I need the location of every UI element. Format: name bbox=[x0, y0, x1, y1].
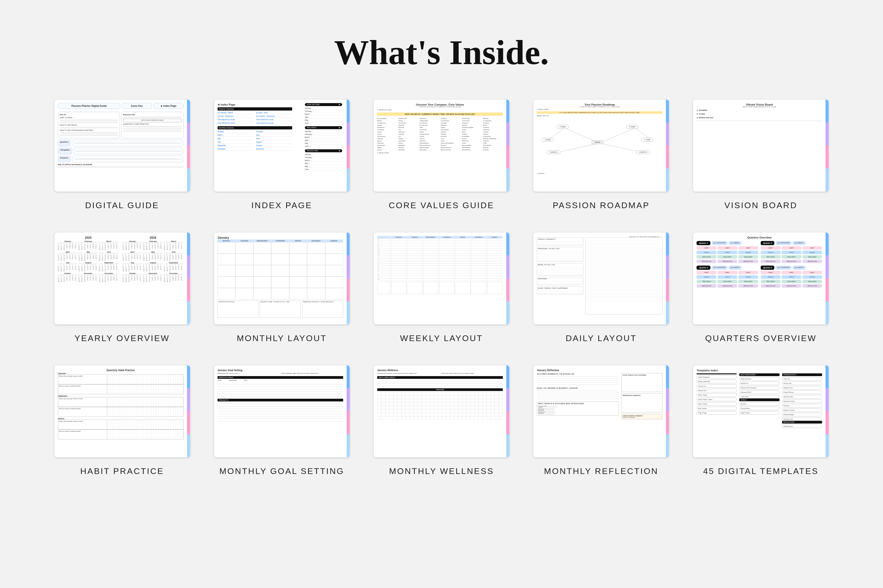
cell-habit: Quarterly Habit Practice JANUARY →What's… bbox=[50, 365, 194, 476]
gs-h1: DEADLINE bbox=[229, 380, 236, 381]
vb-sub: BRING YOUR GAMECHANGER GOALS TO LIFE bbox=[696, 106, 822, 108]
hp-title: Quarterly Habit Practice bbox=[58, 369, 184, 372]
pr-title: Your Passion Roadmap bbox=[537, 103, 662, 106]
cell-index-page: ★ Index Page Planner Sections→ Q1 Januar… bbox=[209, 100, 354, 210]
pr-lines bbox=[537, 118, 662, 173]
ip-w: WELLNESS bbox=[307, 127, 316, 129]
label-yearly: YEARLY OVERVIEW bbox=[75, 333, 170, 343]
mr-b: HOW I'VE GROWN & BIGGEST LESSON: bbox=[537, 387, 619, 389]
label-habit: HABIT PRACTICE bbox=[80, 466, 164, 476]
dg-s: Sections bbox=[58, 156, 71, 162]
dg-howto-h: How To: bbox=[60, 114, 66, 116]
thumb-weekly[interactable]: MONDAYTUESDAYWEDNESDAYTHURSDAYFRIDAYSATU… bbox=[374, 232, 509, 324]
cell-wellness: January Wellness What will you track thi… bbox=[369, 365, 514, 476]
dg-t: Templates bbox=[58, 148, 72, 154]
ip-sec1: Monthly Sections bbox=[219, 127, 234, 129]
gs-h2: WHY bbox=[244, 380, 247, 381]
pr-n6: 3 MONTH bbox=[636, 150, 650, 154]
ip-sec0: Planner Sections bbox=[219, 108, 234, 110]
ip-gs: GOAL SETTING bbox=[307, 104, 319, 106]
mw-bar2: TRACKER bbox=[377, 388, 503, 391]
thumb-reflection[interactable]: January Reflection ACCOMPLISHMENTS I'M P… bbox=[533, 365, 669, 458]
dg-icons: Icons Key bbox=[123, 105, 150, 107]
yo-y1: 2025 bbox=[58, 236, 119, 240]
ml-month: January bbox=[218, 236, 229, 240]
vb-canvas bbox=[696, 121, 822, 178]
cell-reflection: January Reflection ACCOMPLISHMENTS I'M P… bbox=[529, 365, 674, 476]
tp-title: Templates Index bbox=[696, 369, 822, 372]
thumb-index-page[interactable]: ★ Index Page Planner Sections→ Q1 Januar… bbox=[214, 100, 350, 192]
label-core-values: CORE VALUES GUIDE bbox=[389, 201, 494, 210]
mw-bar1: SELF-CARE HABITS bbox=[377, 376, 503, 379]
thumb-daily[interactable]: SPACE OF INFINITE POSSIBILITY → TODAY'S … bbox=[533, 232, 669, 324]
mr-title: January Reflection bbox=[537, 369, 662, 372]
dg-jump: JUMP TO PAGE → bbox=[60, 117, 118, 119]
ml-focus: THIS MONTH'S FOCUS bbox=[218, 300, 258, 318]
dg-start: QUARTERLY START PRACTICE bbox=[123, 123, 182, 125]
mw-q1: What will you track this month and how w… bbox=[377, 373, 439, 374]
pr-n4: 3 YEAR bbox=[626, 125, 638, 129]
cell-templates: Templates Index Digital ScrapbookWeekly … bbox=[689, 365, 833, 476]
thumb-core-values[interactable]: Uncover Your Compass: Core Values A STEP… bbox=[374, 100, 509, 192]
gs-bar2: PROJECTS bbox=[218, 399, 343, 402]
pr-n1: 3 YEAR bbox=[557, 125, 569, 129]
vb-s1: 1. Visualize. bbox=[696, 109, 708, 111]
pr-n2: 1 YEAR bbox=[542, 138, 554, 142]
svg-line-2 bbox=[555, 143, 600, 153]
label-goal-setting: MONTHLY GOAL SETTING bbox=[219, 466, 344, 476]
cell-quarters: Quarters Overview Quarter 1Q1 OVERVIEWQ1… bbox=[689, 232, 833, 343]
thumb-quarters[interactable]: Quarters Overview Quarter 1Q1 OVERVIEWQ1… bbox=[693, 232, 829, 324]
pr-map: Lifetime 3 YEAR 1 YEAR 3 MONTH 3 YEAR 1 … bbox=[537, 118, 662, 172]
label-wellness: MONTHLY WELLNESS bbox=[389, 466, 494, 476]
cell-yearly: 2025January12345678910111213141516171819… bbox=[50, 232, 194, 343]
vb-s2: 2. Create. bbox=[696, 113, 705, 115]
mr-c: NEXT MONTH'S FOCUSES AND INTENTIONS bbox=[538, 403, 618, 404]
pr-n0: Lifetime bbox=[591, 140, 603, 144]
dg-hub-h: Resource Hub bbox=[123, 114, 135, 116]
cell-daily: SPACE OF INFINITE POSSIBILITY → TODAY'S … bbox=[529, 232, 674, 343]
cell-monthly-layout: January MONDAYTUESDAYWEDNESDAYTHURSDAYFR… bbox=[209, 232, 354, 343]
dg-use: HOW TO USE PAGES bbox=[60, 124, 118, 126]
thumb-templates[interactable]: Templates Index Digital ScrapbookWeekly … bbox=[693, 365, 829, 458]
dg-q: Quarters bbox=[58, 140, 71, 146]
thumb-vision[interactable]: Vibrant Vision Board BRING YOUR GAMECHAN… bbox=[693, 100, 829, 192]
cv-sub: A STEP-BY-STEP GUIDE TO DEFINING YOUR CO… bbox=[377, 106, 503, 108]
cell-goal-setting: January Goal Setting Which goals will I … bbox=[209, 365, 354, 476]
thumb-yearly[interactable]: 2025January12345678910111213141516171819… bbox=[54, 232, 190, 324]
label-templates: 45 DIGITAL TEMPLATES bbox=[703, 466, 818, 476]
thumb-monthly-layout[interactable]: January MONDAYTUESDAYWEDNESDAYTHURSDAYFR… bbox=[214, 232, 350, 324]
label-quarters: QUARTERS OVERVIEW bbox=[705, 333, 817, 343]
svg-line-1 bbox=[600, 128, 635, 143]
vb-title: Vibrant Vision Board bbox=[696, 103, 822, 106]
label-roadmap: PASSION ROADMAP bbox=[553, 201, 650, 210]
cell-digital-guide: Passion Planner Digital Guide Icons Key … bbox=[50, 100, 194, 210]
ml-people: PEOPLE TO SEE · PLACES TO GO · DUE bbox=[260, 300, 301, 318]
cell-core-values: Uncover Your Compass: Core Values A STEP… bbox=[369, 100, 514, 210]
label-weekly: WEEKLY LAYOUT bbox=[400, 333, 483, 343]
thumb-goal-setting[interactable]: January Goal Setting Which goals will I … bbox=[214, 365, 350, 458]
gs-bar1: MONTH'S GOALS bbox=[218, 376, 343, 379]
page-title: What's Inside. bbox=[50, 32, 833, 72]
dg-index: ★ Index Page bbox=[155, 105, 182, 107]
label-index-page: INDEX PAGE bbox=[251, 201, 312, 210]
pr-band: IF I COULD BE ANYTHING, EXPERIENCE ANYTH… bbox=[537, 111, 662, 114]
gs-h0: GOAL bbox=[218, 380, 222, 381]
label-reflection: MONTHLY REFLECTION bbox=[544, 466, 659, 476]
mw-title: January Wellness bbox=[377, 369, 503, 372]
label-vision: VISION BOARD bbox=[724, 201, 797, 210]
thumb-habit[interactable]: Quarterly Habit Practice JANUARY →What's… bbox=[54, 365, 190, 458]
pr-sub: A STEP-BY-STEP GUIDE TO MAPPING OUT YOUR… bbox=[537, 106, 662, 108]
yo-y2: 2026 bbox=[123, 236, 184, 240]
cell-vision: Vibrant Vision Board BRING YOUR GAMECHAN… bbox=[689, 100, 833, 210]
thumb-wellness[interactable]: January Wellness What will you track thi… bbox=[374, 365, 509, 458]
label-monthly-layout: MONTHLY LAYOUT bbox=[237, 333, 327, 343]
dg-hyper: HOW TO USE HYPERLINKED FEATURES bbox=[60, 129, 118, 131]
pr-ready: READY. SET. GO! bbox=[537, 115, 662, 117]
thumb-digital-guide[interactable]: Passion Planner Digital Guide Icons Key … bbox=[54, 100, 190, 192]
mr-a: ACCOMPLISHMENTS I'M PROUD OF: bbox=[537, 373, 619, 375]
cv-s2: 2. Narrow it down. bbox=[377, 152, 503, 153]
cell-weekly: MONDAYTUESDAYWEDNESDAYTHURSDAYFRIDAYSATU… bbox=[369, 232, 514, 343]
dg-cal: ADD TO APPLE OR GOOGLE CALENDAR bbox=[58, 164, 184, 165]
thumbnail-grid: Passion Planner Digital Guide Icons Key … bbox=[50, 100, 833, 476]
thumb-roadmap[interactable]: Your Passion Roadmap A STEP-BY-STEP GUID… bbox=[533, 100, 669, 192]
